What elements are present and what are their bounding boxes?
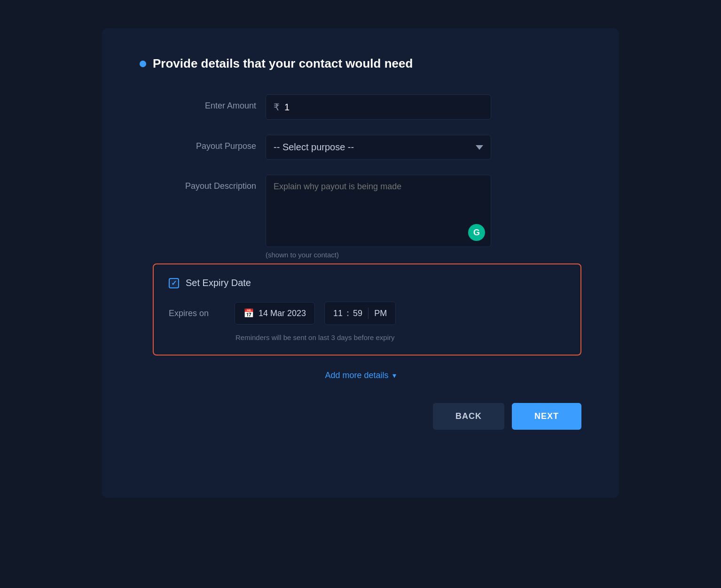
description-row: Payout Description G (shown to your cont… [153,175,581,259]
time-divider [368,308,368,319]
description-wrap: G (shown to your contact) [266,175,491,259]
date-value: 14 Mar 2023 [259,309,306,318]
time-hours: 11 [333,309,343,318]
purpose-select-wrap: -- Select purpose -- [266,135,491,160]
page-title: Provide details that your contact would … [153,56,413,71]
action-buttons: BACK NEXT [140,403,581,430]
time-minutes: 59 [353,309,362,318]
title-dot [140,61,146,67]
add-more-chevron-icon: ▾ [392,371,396,380]
date-picker[interactable]: 📅 14 Mar 2023 [235,302,315,325]
purpose-dropdown[interactable]: -- Select purpose -- [266,135,491,160]
expires-row: Expires on 📅 14 Mar 2023 11 : 59 PM [169,302,565,325]
back-button[interactable]: BACK [433,403,504,430]
amount-label: Enter Amount [153,94,256,111]
description-box: G [266,175,491,247]
time-colon: : [346,309,349,318]
expiry-checkbox-row: ✓ Set Expiry Date [169,278,565,288]
expires-label: Expires on [169,309,225,318]
amount-input-wrap: ₹ [266,94,491,120]
description-textarea[interactable] [274,182,483,221]
section-title: Provide details that your contact would … [140,56,581,71]
chevron-down-icon [476,145,483,150]
expiry-checkbox-label: Set Expiry Date [186,278,251,288]
purpose-row: Payout Purpose -- Select purpose -- [153,135,581,160]
purpose-placeholder: -- Select purpose -- [274,142,354,153]
description-label: Payout Description [153,175,256,191]
set-expiry-checkbox[interactable]: ✓ [169,278,179,288]
description-hint: (shown to your contact) [266,251,491,259]
amount-row: Enter Amount ₹ [153,94,581,120]
time-ampm: PM [374,309,387,318]
checkmark-icon: ✓ [171,279,177,287]
calendar-icon: 📅 [243,308,254,318]
purpose-label: Payout Purpose [153,135,256,151]
amount-input[interactable] [284,102,483,113]
grammarly-icon: G [468,224,485,241]
form-card: Provide details that your contact would … [102,28,619,498]
next-button[interactable]: NEXT [512,403,581,430]
add-more-details[interactable]: Add more details ▾ [140,371,581,380]
amount-field-box[interactable]: ₹ [266,94,491,120]
time-picker[interactable]: 11 : 59 PM [324,302,396,325]
form-area: Enter Amount ₹ Payout Purpose -- Select … [140,94,581,259]
currency-symbol: ₹ [274,101,280,113]
reminder-text: Reminders will be sent on last 3 days be… [169,333,565,341]
expiry-section: ✓ Set Expiry Date Expires on 📅 14 Mar 20… [153,263,581,356]
page-wrapper: Provide details that your contact would … [0,0,721,588]
add-more-label: Add more details [325,371,388,380]
